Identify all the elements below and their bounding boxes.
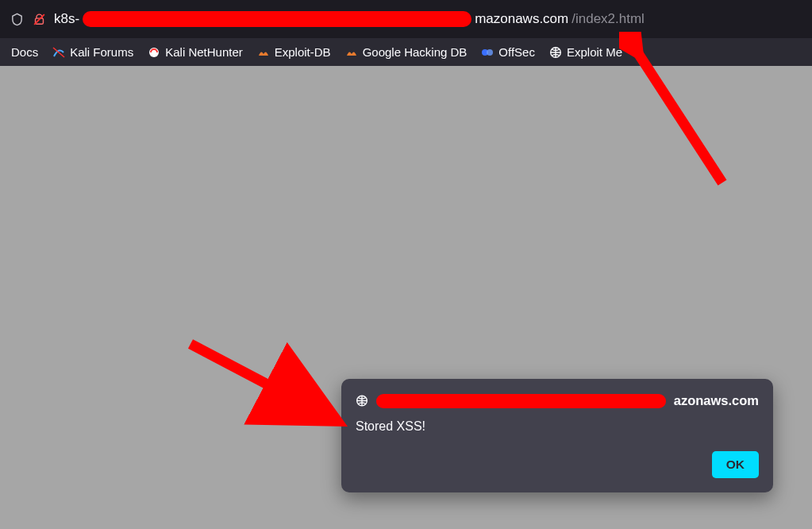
bookmark-label: OffSec <box>498 45 535 59</box>
dialog-origin-redaction <box>376 394 666 408</box>
offsec-icon <box>481 46 494 59</box>
kali-forums-icon <box>52 46 65 59</box>
bookmark-exploit-me[interactable]: Exploit Me <box>543 42 629 62</box>
globe-icon <box>356 395 368 407</box>
bookmark-label: Exploit Me <box>567 45 622 59</box>
ok-button[interactable]: OK <box>712 451 759 478</box>
url-prefix: k8s- <box>54 11 79 27</box>
dialog-message: Stored XSS! <box>356 419 759 434</box>
shield-icon[interactable] <box>10 12 24 26</box>
bookmark-label: Kali Forums <box>70 45 133 59</box>
dialog-origin-suffix: azonaws.com <box>674 393 759 408</box>
google-hacking-icon <box>345 46 358 59</box>
bookmark-label: Kali NetHunter <box>165 45 243 59</box>
url-display[interactable]: k8s- mazonaws.com /index2.html <box>54 11 802 27</box>
svg-point-5 <box>487 49 493 56</box>
url-suffix: mazonaws.com <box>475 11 568 27</box>
dialog-origin: azonaws.com <box>356 393 759 408</box>
bookmark-docs[interactable]: Docs <box>5 42 44 62</box>
bookmark-label: Google Hacking DB <box>363 45 468 59</box>
kali-nethunter-icon <box>148 46 160 59</box>
bookmarks-bar: Docs Kali Forums Kali NetHunter Exploit-… <box>0 38 812 66</box>
bookmark-exploit-db[interactable]: Exploit-DB <box>251 42 337 62</box>
bookmark-kali-forums[interactable]: Kali Forums <box>46 42 140 62</box>
url-path: /index2.html <box>571 11 645 27</box>
bookmark-offsec[interactable]: OffSec <box>475 42 541 62</box>
exploit-db-icon <box>257 46 270 59</box>
bookmark-kali-nethunter[interactable]: Kali NetHunter <box>141 42 249 62</box>
globe-icon <box>549 46 562 59</box>
alert-dialog: azonaws.com Stored XSS! OK <box>341 379 773 492</box>
bookmark-label: Exploit-DB <box>275 45 331 59</box>
lock-warning-icon[interactable] <box>32 12 46 26</box>
url-redaction <box>83 11 471 27</box>
address-bar: k8s- mazonaws.com /index2.html <box>0 0 812 38</box>
bookmark-label: Docs <box>11 45 38 59</box>
bookmark-google-hacking-db[interactable]: Google Hacking DB <box>339 42 474 62</box>
